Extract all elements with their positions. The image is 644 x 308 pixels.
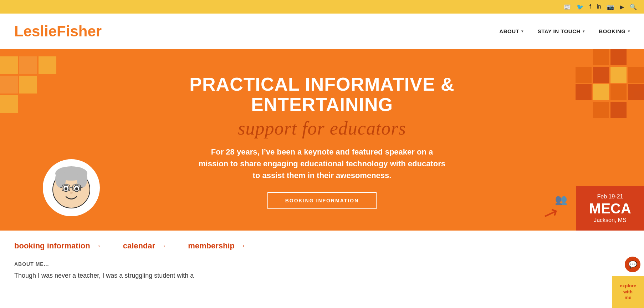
booking-info-label: booking information: [14, 241, 90, 251]
search-icon[interactable]: 🔍: [630, 4, 637, 10]
links-section: booking information → calendar → members…: [0, 231, 644, 258]
facebook-icon[interactable]: f: [589, 4, 591, 10]
nav-stay-in-touch-label: STAY IN TOUCH: [538, 28, 581, 34]
svg-point-6: [65, 187, 67, 190]
chevron-down-icon: ▾: [628, 29, 630, 33]
explore-text: explorewithme: [620, 283, 636, 292]
arrow-decoration: ↗: [540, 201, 561, 226]
avatar-image: [46, 163, 96, 213]
header: LeslieFisher ABOUT ▾ STAY IN TOUCH ▾ BOO…: [0, 14, 644, 49]
nav: ABOUT ▾ STAY IN TOUCH ▾ BOOKING ▾: [499, 28, 630, 34]
nav-about-label: ABOUT: [499, 28, 519, 34]
nav-booking[interactable]: BOOKING ▾: [599, 28, 630, 34]
deco-left: [0, 56, 56, 114]
logo-fisher: Fisher: [57, 23, 102, 40]
booking-info-button[interactable]: BOOKING INFORMATION: [267, 192, 377, 209]
top-bar: 📰 🐦 f in 📷 ▶ 🔍: [0, 0, 644, 14]
about-section: ABOUT ME... Though I was never a teacher…: [0, 258, 644, 292]
chevron-down-icon: ▾: [583, 29, 585, 33]
logo-leslie: Leslie: [14, 23, 57, 40]
nav-stay-in-touch[interactable]: STAY IN TOUCH ▾: [538, 28, 585, 34]
avatar: [43, 159, 100, 216]
instagram-icon[interactable]: 📷: [607, 4, 614, 10]
newspaper-icon[interactable]: 📰: [564, 4, 571, 10]
calendar-label: calendar: [123, 241, 155, 251]
calendar-link[interactable]: calendar →: [123, 241, 167, 251]
explore-badge[interactable]: explorewithme: [612, 276, 644, 292]
nav-about[interactable]: ABOUT ▾: [499, 28, 523, 34]
hero-body: For 28 years, I’ve been a keynote and fe…: [197, 146, 447, 181]
svg-point-13: [70, 192, 73, 194]
arrow-right-icon: →: [238, 241, 246, 251]
membership-link[interactable]: membership →: [188, 241, 246, 251]
event-badge[interactable]: Feb 19-21 MECA Jackson, MS: [576, 186, 644, 231]
hero-script: support for educators: [238, 118, 406, 139]
arrow-right-icon: →: [94, 241, 102, 251]
about-text: Though I was never a teacher, I was a st…: [14, 271, 264, 281]
booking-info-link[interactable]: booking information →: [14, 241, 102, 251]
deco-right: [576, 49, 644, 118]
about-label: ABOUT ME...: [14, 261, 630, 267]
event-date: Feb 19-21: [585, 193, 635, 200]
event-name: MECA: [585, 201, 635, 216]
arrow-right-icon: →: [159, 241, 167, 251]
chat-button[interactable]: 💬: [625, 257, 640, 272]
linkedin-icon[interactable]: in: [597, 4, 601, 10]
svg-point-7: [75, 187, 78, 190]
nav-booking-label: BOOKING: [599, 28, 625, 34]
twitter-icon[interactable]: 🐦: [577, 4, 584, 10]
hero-headline: PRACTICAL INFORMATIVE & ENTERTAINING: [144, 74, 500, 115]
chevron-down-icon: ▾: [521, 29, 523, 33]
membership-label: membership: [188, 241, 235, 251]
event-location: Jackson, MS: [585, 217, 635, 223]
logo[interactable]: LeslieFisher: [14, 23, 102, 40]
avatar-container: [43, 159, 100, 216]
hero-section: PRACTICAL INFORMATIVE & ENTERTAINING sup…: [0, 49, 644, 231]
youtube-icon[interactable]: ▶: [620, 4, 624, 10]
